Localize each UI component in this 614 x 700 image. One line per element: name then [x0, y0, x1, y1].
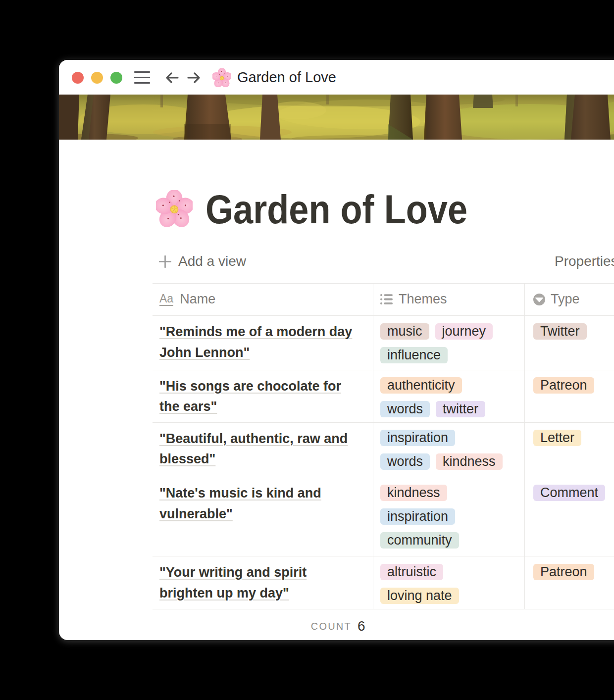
svg-text:Garden of Love: Garden of Love	[205, 193, 467, 232]
